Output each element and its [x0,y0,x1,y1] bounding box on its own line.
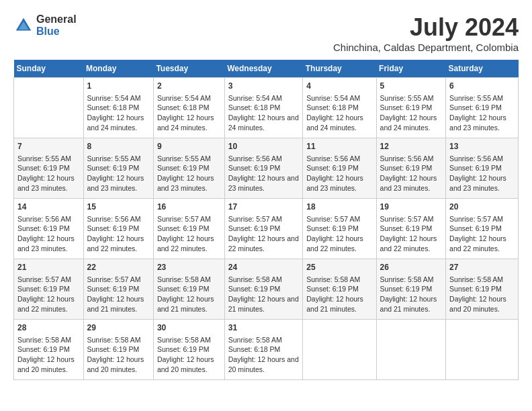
day-number: 16 [157,201,221,213]
day-number: 10 [228,141,300,152]
calendar-cell: 14Sunrise: 5:56 AMSunset: 6:19 PMDayligh… [14,199,84,259]
day-number: 19 [380,201,443,213]
page-header: General Blue July 2024 Chinchina, Caldas… [13,13,519,53]
calendar-cell: 19Sunrise: 5:57 AMSunset: 6:19 PMDayligh… [376,199,446,259]
title-block: July 2024 Chinchina, Caldas Department, … [333,13,519,53]
header-monday: Monday [83,60,153,78]
calendar-cell: 20Sunrise: 5:57 AMSunset: 6:19 PMDayligh… [446,199,519,259]
day-number: 5 [380,81,443,92]
day-info: Sunrise: 5:57 AMSunset: 6:19 PMDaylight:… [228,214,300,254]
calendar-cell: 13Sunrise: 5:56 AMSunset: 6:19 PMDayligh… [446,138,519,199]
day-number: 12 [380,141,443,152]
day-info: Sunrise: 5:57 AMSunset: 6:19 PMDaylight:… [380,214,443,254]
calendar-cell [303,320,376,380]
day-number: 26 [380,262,443,273]
day-info: Sunrise: 5:57 AMSunset: 6:19 PMDaylight:… [17,275,80,314]
calendar-cell: 4Sunrise: 5:54 AMSunset: 6:18 PMDaylight… [303,78,376,138]
day-info: Sunrise: 5:57 AMSunset: 6:19 PMDaylight:… [157,214,221,254]
day-info: Sunrise: 5:56 AMSunset: 6:19 PMDaylight:… [87,214,150,254]
day-info: Sunrise: 5:58 AMSunset: 6:19 PMDaylight:… [449,275,515,314]
calendar-cell: 31Sunrise: 5:58 AMSunset: 6:18 PMDayligh… [224,320,303,380]
calendar-cell: 9Sunrise: 5:55 AMSunset: 6:19 PMDaylight… [153,138,224,199]
day-info: Sunrise: 5:54 AMSunset: 6:18 PMDaylight:… [87,93,150,133]
calendar-cell: 12Sunrise: 5:56 AMSunset: 6:19 PMDayligh… [376,138,446,199]
day-number: 18 [306,201,372,213]
logo-icon [13,15,34,36]
day-number: 3 [228,81,300,92]
calendar-cell: 3Sunrise: 5:54 AMSunset: 6:18 PMDaylight… [224,78,303,138]
day-info: Sunrise: 5:57 AMSunset: 6:19 PMDaylight:… [87,275,150,314]
calendar-cell [14,78,84,138]
calendar-cell: 27Sunrise: 5:58 AMSunset: 6:19 PMDayligh… [446,259,519,320]
day-info: Sunrise: 5:58 AMSunset: 6:19 PMDaylight:… [87,335,150,375]
calendar-cell: 21Sunrise: 5:57 AMSunset: 6:19 PMDayligh… [14,259,84,320]
day-info: Sunrise: 5:58 AMSunset: 6:19 PMDaylight:… [157,335,221,375]
calendar-table: Sunday Monday Tuesday Wednesday Thursday… [13,60,519,380]
day-number: 27 [449,262,515,273]
day-info: Sunrise: 5:56 AMSunset: 6:19 PMDaylight:… [17,214,80,254]
day-number: 17 [228,201,300,213]
day-info: Sunrise: 5:58 AMSunset: 6:19 PMDaylight:… [228,275,300,314]
header-friday: Friday [376,60,446,78]
day-number: 13 [449,141,515,152]
calendar-cell: 25Sunrise: 5:58 AMSunset: 6:19 PMDayligh… [303,259,376,320]
calendar-header-row: Sunday Monday Tuesday Wednesday Thursday… [14,60,519,78]
day-number: 21 [17,262,80,273]
calendar-cell: 16Sunrise: 5:57 AMSunset: 6:19 PMDayligh… [153,199,224,259]
day-info: Sunrise: 5:58 AMSunset: 6:19 PMDaylight:… [157,275,221,314]
day-number: 29 [87,322,150,334]
day-info: Sunrise: 5:58 AMSunset: 6:18 PMDaylight:… [228,335,300,375]
calendar-cell: 15Sunrise: 5:56 AMSunset: 6:19 PMDayligh… [83,199,153,259]
day-number: 23 [157,262,221,273]
day-number: 6 [449,81,515,92]
calendar-week-row: 14Sunrise: 5:56 AMSunset: 6:19 PMDayligh… [14,199,519,259]
calendar-week-row: 21Sunrise: 5:57 AMSunset: 6:19 PMDayligh… [14,259,519,320]
calendar-cell: 22Sunrise: 5:57 AMSunset: 6:19 PMDayligh… [83,259,153,320]
day-number: 25 [306,262,372,273]
day-info: Sunrise: 5:58 AMSunset: 6:19 PMDaylight:… [380,275,443,314]
day-number: 8 [87,141,150,152]
day-info: Sunrise: 5:55 AMSunset: 6:19 PMDaylight:… [87,154,150,193]
header-saturday: Saturday [446,60,519,78]
day-info: Sunrise: 5:58 AMSunset: 6:19 PMDaylight:… [306,275,372,314]
calendar-cell: 2Sunrise: 5:54 AMSunset: 6:18 PMDaylight… [153,78,224,138]
day-number: 7 [17,141,80,152]
day-info: Sunrise: 5:56 AMSunset: 6:19 PMDaylight:… [306,154,372,193]
calendar-cell: 11Sunrise: 5:56 AMSunset: 6:19 PMDayligh… [303,138,376,199]
calendar-cell: 8Sunrise: 5:55 AMSunset: 6:19 PMDaylight… [83,138,153,199]
logo-general-text: General [36,13,77,26]
day-number: 31 [228,322,300,334]
day-info: Sunrise: 5:56 AMSunset: 6:19 PMDaylight:… [380,154,443,193]
day-number: 11 [306,141,372,152]
day-info: Sunrise: 5:56 AMSunset: 6:19 PMDaylight:… [228,154,300,193]
logo: General Blue [13,13,77,37]
calendar-cell: 1Sunrise: 5:54 AMSunset: 6:18 PMDaylight… [83,78,153,138]
day-number: 9 [157,141,221,152]
day-number: 22 [87,262,150,273]
day-info: Sunrise: 5:55 AMSunset: 6:19 PMDaylight:… [17,154,80,193]
day-number: 30 [157,322,221,334]
calendar-cell: 23Sunrise: 5:58 AMSunset: 6:19 PMDayligh… [153,259,224,320]
logo-blue-text: Blue [36,26,77,38]
calendar-cell [376,320,446,380]
day-number: 4 [306,81,372,92]
day-number: 24 [228,262,300,273]
location-text: Chinchina, Caldas Department, Colombia [333,42,519,53]
calendar-cell: 6Sunrise: 5:55 AMSunset: 6:19 PMDaylight… [446,78,519,138]
logo-text: General Blue [36,13,77,37]
calendar-cell [446,320,519,380]
day-info: Sunrise: 5:55 AMSunset: 6:19 PMDaylight:… [157,154,221,193]
calendar-week-row: 28Sunrise: 5:58 AMSunset: 6:19 PMDayligh… [14,320,519,380]
header-wednesday: Wednesday [224,60,303,78]
day-number: 20 [449,201,515,213]
header-thursday: Thursday [303,60,376,78]
calendar-cell: 10Sunrise: 5:56 AMSunset: 6:19 PMDayligh… [224,138,303,199]
day-number: 1 [87,81,150,92]
calendar-cell: 17Sunrise: 5:57 AMSunset: 6:19 PMDayligh… [224,199,303,259]
month-year-title: July 2024 [333,13,519,42]
calendar-cell: 30Sunrise: 5:58 AMSunset: 6:19 PMDayligh… [153,320,224,380]
day-info: Sunrise: 5:58 AMSunset: 6:19 PMDaylight:… [17,335,80,375]
calendar-cell: 28Sunrise: 5:58 AMSunset: 6:19 PMDayligh… [14,320,84,380]
calendar-cell: 29Sunrise: 5:58 AMSunset: 6:19 PMDayligh… [83,320,153,380]
calendar-cell: 26Sunrise: 5:58 AMSunset: 6:19 PMDayligh… [376,259,446,320]
